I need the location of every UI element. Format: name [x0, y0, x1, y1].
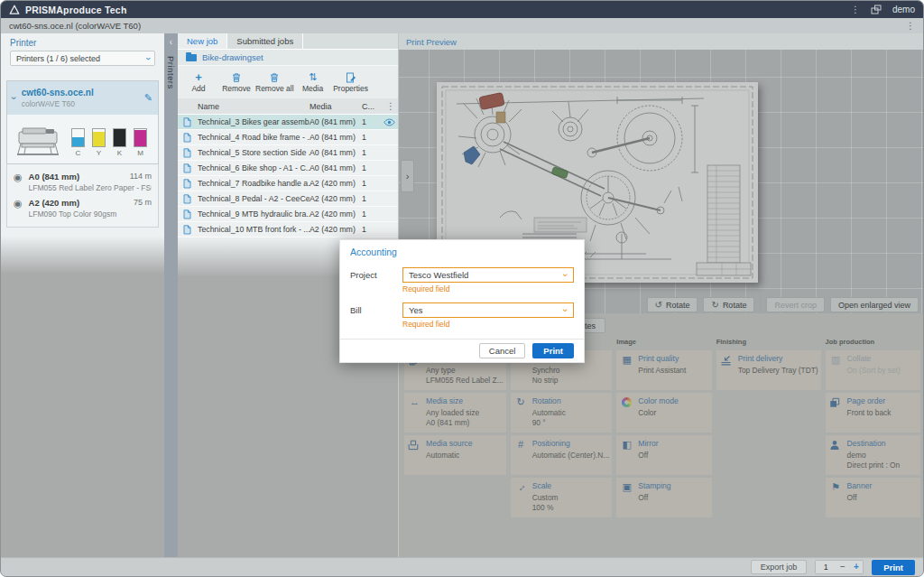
roll-remaining: 114 m — [130, 172, 152, 181]
toolbar-add-button[interactable]: +Add — [180, 67, 217, 98]
edit-icon[interactable]: ✎ — [144, 92, 152, 104]
job-tabs: New job Submitted jobs — [178, 33, 398, 50]
settings-card-value: Any loaded size — [426, 408, 479, 418]
settings-card-value: 90 ° — [532, 418, 566, 428]
tab-new-job[interactable]: New job — [178, 33, 227, 49]
settings-card-destination[interactable]: DestinationdemoDirect print : On — [826, 435, 920, 475]
collapse-chevron-icon[interactable]: › — [9, 97, 19, 100]
folder-icon — [186, 54, 197, 61]
chevron-down-icon: › — [143, 57, 152, 60]
settings-card-value: 100 % — [532, 503, 559, 513]
page-order-icon — [829, 396, 843, 433]
printers-strip-label: Printers — [166, 56, 176, 89]
job-copies: 1 — [362, 225, 383, 234]
expand-panel-button[interactable]: › — [401, 160, 414, 192]
settings-column-image: Image▦Print qualityPrint AssistantColor … — [616, 337, 711, 520]
job-file-name: Technical_7 Roadbike handle a... — [196, 179, 310, 188]
toolbar-remove-button[interactable]: Remove — [217, 67, 255, 98]
settings-card-banner[interactable]: ⚑BannerOff — [826, 478, 920, 517]
table-row[interactable]: Technical_5 Store section Side ...A0 (84… — [178, 145, 398, 161]
settings-card-mirror[interactable]: ◧MirrorOff — [616, 435, 711, 475]
bill-select[interactable]: Yes › — [402, 302, 574, 318]
settings-card-rotation[interactable]: ↻RotationAutomatic90 ° — [511, 393, 613, 433]
toolbar-media-button[interactable]: ⇅Media — [294, 67, 332, 98]
toolbar-label: Add — [191, 84, 205, 93]
dialog-print-button[interactable]: Print — [532, 343, 574, 358]
settings-card-value: Automatic — [426, 451, 473, 461]
toolbar-label: Media — [302, 84, 323, 93]
job-toolbar: +AddRemoveRemove all⇅MediaProperties — [178, 66, 398, 98]
settings-card-title: Page order — [847, 396, 892, 405]
positioning-icon: # — [514, 438, 528, 475]
project-select[interactable]: Tesco Westfield › — [402, 267, 574, 283]
properties-icon — [346, 71, 356, 83]
table-row[interactable]: Technical_9 MTB hydraulic bra...A2 (420 … — [178, 207, 398, 222]
toolbar-remove-all-button[interactable]: Remove all — [255, 67, 294, 98]
user-menu[interactable]: demo — [892, 5, 915, 14]
revert-crop-button: Revert crop — [766, 297, 825, 312]
trash-icon — [231, 71, 242, 83]
settings-card-value: demo — [847, 451, 901, 461]
settings-card-value: A0 (841 mm) — [426, 418, 479, 428]
settings-card-print-quality[interactable]: ▦Print qualityPrint Assistant — [616, 350, 711, 390]
preview-eye-icon[interactable] — [383, 118, 398, 126]
bill-required-hint: Required field — [402, 320, 574, 329]
settings-card-media-size[interactable]: ↔Media sizeAny loaded sizeA0 (841 mm) — [404, 393, 506, 433]
table-row[interactable]: Technical_8 Pedal - A2 - CeeCe...A2 (420… — [178, 191, 398, 207]
roll-remaining: 75 m — [134, 198, 152, 208]
table-row[interactable]: Technical_7 Roadbike handle a...A2 (420 … — [178, 176, 398, 191]
preview-header: Print Preview — [399, 33, 924, 50]
settings-card-positioning[interactable]: #PositioningAutomatic (Center).N... — [511, 435, 613, 475]
print-button[interactable]: Print — [872, 560, 915, 575]
toolbar-properties-button[interactable]: Properties — [332, 67, 370, 98]
media-rolls-card: ◉ A0 (841 mm) 114 m LFM055 Red Label Zer… — [6, 164, 159, 228]
copies-increment-button[interactable]: + — [849, 563, 863, 572]
collapse-panel-icon[interactable]: ‹ — [170, 37, 172, 47]
printer-select[interactable]: Printers (1 / 6) selected › — [10, 51, 155, 66]
titlebar-menu-icon[interactable]: ⋮ — [851, 5, 860, 14]
rotate-cw-button[interactable]: ↻Rotate — [703, 297, 754, 312]
settings-card-title: Stamping — [638, 481, 670, 490]
column-options-icon[interactable]: ⋮ — [383, 102, 398, 111]
job-file-name: Technical_10 MTB front fork - ... — [196, 225, 310, 234]
document-icon — [178, 117, 196, 127]
table-row[interactable]: Technical_3 Bikes gear assemb...A0 (841 … — [178, 115, 398, 130]
table-header: Name Media C... ⋮ — [178, 98, 398, 115]
settings-card-value: Synchro — [532, 366, 560, 376]
export-job-button[interactable]: Export job — [751, 560, 808, 574]
settings-card-value: Off — [638, 451, 658, 461]
roll-icon: ◉ — [14, 198, 23, 219]
column-copies[interactable]: C... — [362, 102, 383, 111]
windows-icon[interactable] — [871, 5, 882, 14]
settings-card-color-mode[interactable]: Color modeColor — [616, 393, 711, 433]
settings-card-stamping[interactable]: ▣StampingOff — [616, 478, 711, 517]
project-select-value: Tesco Westfield — [409, 270, 468, 280]
table-row[interactable]: Technical_6 Bike shop - A1 - C...A0 (841… — [178, 161, 398, 176]
column-media[interactable]: Media — [310, 102, 362, 111]
open-enlarged-view-button[interactable]: Open enlarged view — [830, 297, 919, 312]
settings-card-page-order[interactable]: Page orderFront to back — [826, 393, 920, 433]
job-file-name: Technical_8 Pedal - A2 - CeeCe... — [196, 194, 310, 203]
table-row[interactable]: Technical_10 MTB front fork - ...A2 (420… — [178, 222, 398, 237]
column-name[interactable]: Name — [196, 102, 310, 111]
copies-decrement-button[interactable]: − — [836, 563, 849, 572]
bill-label: Bill — [350, 302, 402, 330]
copies-value[interactable]: 1 — [816, 563, 836, 572]
cancel-button[interactable]: Cancel — [479, 343, 526, 358]
table-row[interactable]: Technical_4 Road bike frame - ...A0 (841… — [178, 130, 398, 145]
roll-media-name: LFM055 Red Label Zero Paper - FSC — [29, 183, 152, 192]
job-file-name: Technical_3 Bikes gear assemb... — [196, 117, 310, 126]
printer-context: cwt60-sns.oce.nl (colorWAVE T60) — [9, 21, 141, 31]
settings-card-media-source[interactable]: Media sourceAutomatic — [404, 435, 506, 475]
settings-card-scale[interactable]: ↔ScaleCustom100 % — [511, 478, 613, 517]
document-icon — [178, 163, 196, 173]
context-bar: cwt60-sns.oce.nl (colorWAVE T60) ⋮ — [1, 18, 923, 33]
printer-card[interactable]: › cwt60-sns.oce.nl colorWAVE T60 ✎ — [6, 80, 159, 164]
settings-card-value: Automatic (Center).N... — [532, 451, 610, 461]
settings-card-title: Media size — [426, 396, 479, 405]
tab-submitted-jobs[interactable]: Submitted jobs — [227, 33, 303, 49]
context-menu-icon[interactable]: ⋮ — [906, 22, 915, 31]
roll-size: A0 (841 mm) — [29, 172, 80, 181]
rotate-ccw-button[interactable]: ↺Rotate — [647, 297, 698, 312]
settings-card-print-delivery[interactable]: Print deliveryTop Delivery Tray (TDT) — [716, 350, 821, 390]
